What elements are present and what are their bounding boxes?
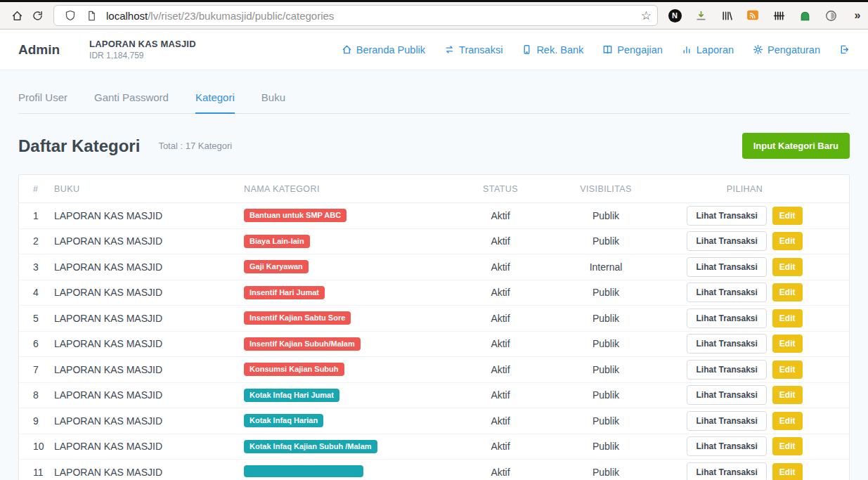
row-status: Aktif <box>448 287 553 298</box>
page-icon[interactable] <box>84 8 99 23</box>
nav-label: Rek. Bank <box>536 44 583 56</box>
download-icon[interactable] <box>694 8 708 22</box>
overflow-chevrons-icon[interactable]: » <box>850 8 864 22</box>
table-row: 4 LAPORAN KAS MASJID Insentif Hari Jumat… <box>19 280 849 306</box>
nav-rek-bank[interactable]: Rek. Bank <box>522 44 583 56</box>
row-kategori-cell: Biaya Lain-lain <box>244 235 448 248</box>
row-status: Aktif <box>448 313 553 324</box>
edit-button[interactable]: Edit <box>772 361 803 379</box>
total-label: Total : 17 Kategori <box>158 141 232 151</box>
row-buku: LAPORAN KAS MASJID <box>54 235 244 247</box>
table-row: 10 LAPORAN KAS MASJID Kotak Infaq Kajian… <box>19 434 849 460</box>
category-badge: Insentif Hari Jumat <box>244 286 325 299</box>
category-badge: Gaji Karyawan <box>244 260 309 273</box>
row-status: Aktif <box>448 415 553 427</box>
input-kategori-baru-button[interactable]: Input Kategori Baru <box>742 133 850 159</box>
table-row: 7 LAPORAN KAS MASJID Konsumsi Kajian Sub… <box>19 357 849 383</box>
row-buku: LAPORAN KAS MASJID <box>54 441 244 452</box>
admin-label: Admin <box>18 42 60 58</box>
url-path: /lv/riset/23/bukumasjid/public/categorie… <box>148 10 334 22</box>
table-row: 8 LAPORAN KAS MASJID Kotak Infaq Hari Ju… <box>19 383 849 409</box>
tab-profil-user[interactable]: Profil User <box>18 91 67 113</box>
nav-pengaturan[interactable]: Pengaturan <box>753 44 820 56</box>
row-number: 5 <box>33 313 54 324</box>
row-actions: Lihat Transaksi Edit <box>659 257 849 277</box>
page-content: Profil UserGanti PasswordKategoriBuku Da… <box>0 70 868 480</box>
view-transactions-button[interactable]: Lihat Transaksi <box>687 462 766 480</box>
row-visibility: Publik <box>553 467 659 478</box>
tab-kategori[interactable]: Kategori <box>195 91 235 114</box>
row-kategori-cell: Insentif Kajian Sabtu Sore <box>244 311 448 325</box>
edit-button[interactable]: Edit <box>772 463 803 480</box>
reload-icon[interactable] <box>32 8 44 23</box>
tab-bar: Profil UserGanti PasswordKategoriBuku <box>18 70 850 114</box>
app-header: Admin LAPORAN KAS MASJID IDR 1,184,759 B… <box>0 30 868 70</box>
home-icon <box>342 44 352 55</box>
header-pilihan: PILIHAN <box>659 184 849 194</box>
edit-button[interactable]: Edit <box>772 335 803 353</box>
shield-icon[interactable] <box>63 8 78 23</box>
category-badge: Kotak Infaq Harian <box>244 414 323 427</box>
row-visibility: Publik <box>553 389 659 401</box>
logout-icon <box>839 44 850 55</box>
tab-ganti-password[interactable]: Ganti Password <box>94 91 169 113</box>
pie-circle-icon[interactable] <box>824 8 838 22</box>
row-number: 7 <box>33 364 54 375</box>
library-icon[interactable] <box>720 8 734 22</box>
row-number: 8 <box>33 389 54 401</box>
notion-extension-icon[interactable]: N <box>668 8 682 22</box>
edit-button[interactable]: Edit <box>772 412 803 430</box>
tab-buku[interactable]: Buku <box>261 91 285 113</box>
home-icon[interactable] <box>11 8 23 23</box>
url-bar[interactable]: localhost/lv/riset/23/bukumasjid/public/… <box>53 5 658 26</box>
view-transactions-button[interactable]: Lihat Transaksi <box>687 334 766 353</box>
view-transactions-button[interactable]: Lihat Transaksi <box>687 309 766 328</box>
nav-label: Beranda Publik <box>356 44 425 56</box>
nav-transaksi[interactable]: Transaksi <box>444 44 503 56</box>
edit-button[interactable]: Edit <box>772 437 803 455</box>
page-title: Daftar Kategori <box>18 136 140 156</box>
row-actions: Lihat Transaksi Edit <box>659 360 849 380</box>
edit-button[interactable]: Edit <box>772 258 803 276</box>
nav-beranda-publik[interactable]: Beranda Publik <box>342 44 425 56</box>
view-transactions-button[interactable]: Lihat Transaksi <box>687 206 766 226</box>
table-row: 1 LAPORAN KAS MASJID Bantuan untuk SMP A… <box>19 203 849 229</box>
category-badge: Kotak Infaq Hari Jumat <box>244 389 339 402</box>
view-transactions-button[interactable]: Lihat Transaksi <box>687 385 766 405</box>
header-status: STATUS <box>448 184 553 194</box>
row-status: Aktif <box>448 235 553 247</box>
row-visibility: Publik <box>553 210 659 221</box>
dome-icon[interactable] <box>798 8 812 22</box>
header-visibilitas: VISIBILITAS <box>553 184 659 194</box>
edit-button[interactable]: Edit <box>772 386 803 404</box>
nav-logout[interactable] <box>839 44 850 55</box>
row-status: Aktif <box>448 441 553 452</box>
nav-label: Transaksi <box>459 44 503 56</box>
view-transactions-button[interactable]: Lihat Transaksi <box>687 411 766 431</box>
row-buku: LAPORAN KAS MASJID <box>54 313 244 324</box>
view-transactions-button[interactable]: Lihat Transaksi <box>687 360 766 380</box>
view-transactions-button[interactable]: Lihat Transaksi <box>687 283 766 302</box>
bookmark-star-icon[interactable]: ☆ <box>641 8 652 23</box>
nav-pengajian[interactable]: Pengajian <box>602 44 663 56</box>
nav-label: Pengajian <box>617 44 663 56</box>
nav-laporan[interactable]: Laporan <box>682 44 734 56</box>
row-number: 2 <box>33 235 54 247</box>
row-visibility: Publik <box>553 364 659 375</box>
row-kategori-cell: Konsumsi Kajian Subuh <box>244 363 448 376</box>
edit-button[interactable]: Edit <box>772 232 803 250</box>
row-number: 10 <box>33 441 54 452</box>
book-block: LAPORAN KAS MASJID IDR 1,184,759 <box>89 39 196 60</box>
edit-button[interactable]: Edit <box>772 309 803 327</box>
view-transactions-button[interactable]: Lihat Transaksi <box>687 257 766 277</box>
view-transactions-button[interactable]: Lihat Transaksi <box>687 436 766 456</box>
book-icon <box>602 44 613 55</box>
edit-button[interactable]: Edit <box>772 207 803 225</box>
rss-icon[interactable] <box>746 8 760 22</box>
row-kategori-cell: Insentif Kajian Subuh/Malam <box>244 337 448 351</box>
edit-button[interactable]: Edit <box>772 283 803 301</box>
table-header-row: # BUKU NAMA KATEGORI STATUS VISIBILITAS … <box>19 175 849 203</box>
view-transactions-button[interactable]: Lihat Transaksi <box>687 231 766 251</box>
header-buku: BUKU <box>54 184 244 194</box>
grid-icon[interactable] <box>772 8 786 22</box>
